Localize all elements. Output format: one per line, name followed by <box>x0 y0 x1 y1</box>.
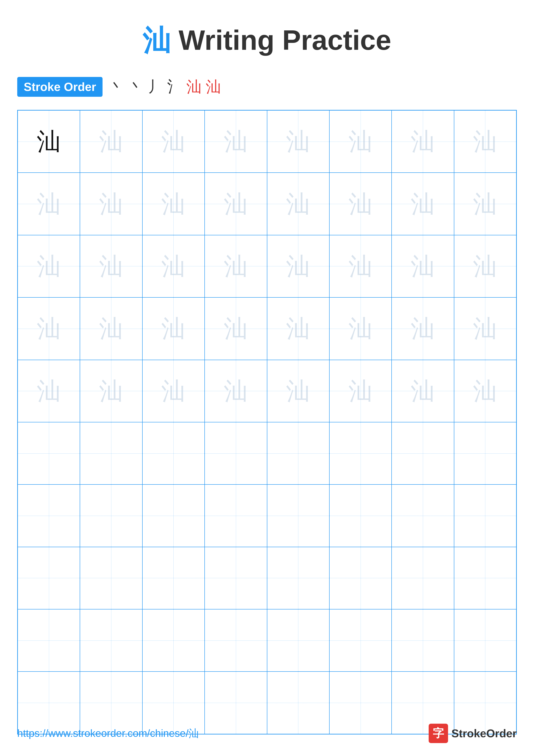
grid-cell-4-2[interactable]: 汕 <box>80 297 142 360</box>
grid-cell-7-4[interactable] <box>205 484 267 547</box>
footer-url: https://www.strokeorder.com/chinese/汕 <box>17 726 199 740</box>
grid-row-3: 汕 汕 汕 汕 汕 汕 汕 汕 <box>18 235 516 297</box>
grid-cell-6-4[interactable] <box>205 422 267 484</box>
grid-cell-6-2[interactable] <box>80 422 142 484</box>
page-title: 汕 Writing Practice <box>17 21 517 60</box>
grid-cell-1-4[interactable]: 汕 <box>205 110 267 173</box>
grid-cell-2-1[interactable]: 汕 <box>18 173 80 235</box>
grid-row-5: 汕 汕 汕 汕 汕 汕 汕 汕 <box>18 360 516 422</box>
grid-cell-5-6[interactable]: 汕 <box>329 360 392 422</box>
grid-cell-1-2[interactable]: 汕 <box>80 110 142 173</box>
grid-cell-8-2[interactable] <box>80 547 142 609</box>
grid-cell-9-6[interactable] <box>329 609 392 671</box>
grid-cell-1-3[interactable]: 汕 <box>142 110 205 173</box>
grid-cell-2-2[interactable]: 汕 <box>80 173 142 235</box>
grid-cell-5-1[interactable]: 汕 <box>18 360 80 422</box>
grid-cell-2-4[interactable]: 汕 <box>205 173 267 235</box>
grid-row-4: 汕 汕 汕 汕 汕 汕 汕 汕 <box>18 297 516 360</box>
grid-cell-3-2[interactable]: 汕 <box>80 235 142 297</box>
grid-cell-5-2[interactable]: 汕 <box>80 360 142 422</box>
grid-cell-1-5[interactable]: 汕 <box>267 110 329 173</box>
grid-cell-4-5[interactable]: 汕 <box>267 297 329 360</box>
grid-cell-1-6[interactable]: 汕 <box>329 110 392 173</box>
grid-cell-9-8[interactable] <box>454 609 516 671</box>
grid-cell-8-1[interactable] <box>18 547 80 609</box>
grid-cell-9-3[interactable] <box>142 609 205 671</box>
stroke-4: 氵 <box>167 77 182 97</box>
grid-cell-8-3[interactable] <box>142 547 205 609</box>
strokeorder-logo-icon: 字 <box>429 724 448 743</box>
grid-cell-6-1[interactable] <box>18 422 80 484</box>
grid-cell-6-7[interactable] <box>392 422 454 484</box>
grid-cell-3-3[interactable]: 汕 <box>142 235 205 297</box>
grid-row-6 <box>18 422 516 484</box>
stroke-2: 丶 <box>128 77 143 97</box>
grid-cell-4-4[interactable]: 汕 <box>205 297 267 360</box>
practice-grid: 汕 汕 汕 汕 汕 汕 汕 汕 汕 汕 汕 汕 汕 汕 汕 汕 汕 汕 汕 汕 … <box>17 110 517 735</box>
grid-cell-3-4[interactable]: 汕 <box>205 235 267 297</box>
grid-cell-6-8[interactable] <box>454 422 516 484</box>
grid-cell-2-8[interactable]: 汕 <box>454 173 516 235</box>
grid-cell-7-7[interactable] <box>392 484 454 547</box>
stroke-3: 丿 <box>148 77 163 97</box>
grid-cell-6-5[interactable] <box>267 422 329 484</box>
grid-cell-9-4[interactable] <box>205 609 267 671</box>
stroke-6: 汕 <box>206 77 221 97</box>
title-text: Writing Practice <box>179 24 391 56</box>
grid-cell-9-7[interactable] <box>392 609 454 671</box>
stroke-5: 汕 <box>187 77 202 97</box>
grid-cell-4-3[interactable]: 汕 <box>142 297 205 360</box>
grid-cell-4-8[interactable]: 汕 <box>454 297 516 360</box>
grid-cell-6-6[interactable] <box>329 422 392 484</box>
grid-cell-7-6[interactable] <box>329 484 392 547</box>
grid-cell-4-1[interactable]: 汕 <box>18 297 80 360</box>
grid-row-1: 汕 汕 汕 汕 汕 汕 汕 汕 <box>18 110 516 173</box>
grid-cell-9-5[interactable] <box>267 609 329 671</box>
grid-cell-5-4[interactable]: 汕 <box>205 360 267 422</box>
grid-cell-7-1[interactable] <box>18 484 80 547</box>
grid-cell-2-5[interactable]: 汕 <box>267 173 329 235</box>
grid-cell-2-3[interactable]: 汕 <box>142 173 205 235</box>
grid-cell-3-8[interactable]: 汕 <box>454 235 516 297</box>
grid-cell-5-5[interactable]: 汕 <box>267 360 329 422</box>
footer-logo: 字 StrokeOrder <box>429 724 517 743</box>
grid-cell-7-5[interactable] <box>267 484 329 547</box>
grid-cell-5-7[interactable]: 汕 <box>392 360 454 422</box>
grid-cell-3-7[interactable]: 汕 <box>392 235 454 297</box>
grid-cell-4-7[interactable]: 汕 <box>392 297 454 360</box>
stroke-order-badge: Stroke Order <box>17 77 103 97</box>
grid-cell-7-2[interactable] <box>80 484 142 547</box>
stroke-sequence: 丶 丶 丿 氵 汕 汕 <box>109 77 221 97</box>
grid-row-7 <box>18 484 516 547</box>
footer: https://www.strokeorder.com/chinese/汕 字 … <box>17 724 517 743</box>
grid-cell-8-6[interactable] <box>329 547 392 609</box>
char-solid: 汕 <box>37 125 61 157</box>
grid-cell-1-7[interactable]: 汕 <box>392 110 454 173</box>
grid-cell-3-6[interactable]: 汕 <box>329 235 392 297</box>
grid-cell-5-8[interactable]: 汕 <box>454 360 516 422</box>
grid-cell-8-4[interactable] <box>205 547 267 609</box>
grid-cell-8-5[interactable] <box>267 547 329 609</box>
grid-cell-4-6[interactable]: 汕 <box>329 297 392 360</box>
grid-cell-2-7[interactable]: 汕 <box>392 173 454 235</box>
grid-cell-1-8[interactable]: 汕 <box>454 110 516 173</box>
grid-cell-3-1[interactable]: 汕 <box>18 235 80 297</box>
grid-cell-9-2[interactable] <box>80 609 142 671</box>
stroke-1: 丶 <box>109 77 124 97</box>
stroke-order-section: Stroke Order 丶 丶 丿 氵 汕 汕 <box>17 77 517 97</box>
grid-cell-2-6[interactable]: 汕 <box>329 173 392 235</box>
grid-cell-3-5[interactable]: 汕 <box>267 235 329 297</box>
footer-logo-label: StrokeOrder <box>451 727 517 740</box>
grid-cell-7-3[interactable] <box>142 484 205 547</box>
grid-cell-8-7[interactable] <box>392 547 454 609</box>
grid-cell-5-3[interactable]: 汕 <box>142 360 205 422</box>
grid-cell-6-3[interactable] <box>142 422 205 484</box>
grid-cell-1-1[interactable]: 汕 <box>18 110 80 173</box>
title-char: 汕 <box>143 24 171 56</box>
grid-cell-7-8[interactable] <box>454 484 516 547</box>
grid-cell-9-1[interactable] <box>18 609 80 671</box>
grid-cell-8-8[interactable] <box>454 547 516 609</box>
grid-row-9 <box>18 609 516 671</box>
grid-row-2: 汕 汕 汕 汕 汕 汕 汕 汕 <box>18 173 516 235</box>
grid-row-8 <box>18 547 516 609</box>
